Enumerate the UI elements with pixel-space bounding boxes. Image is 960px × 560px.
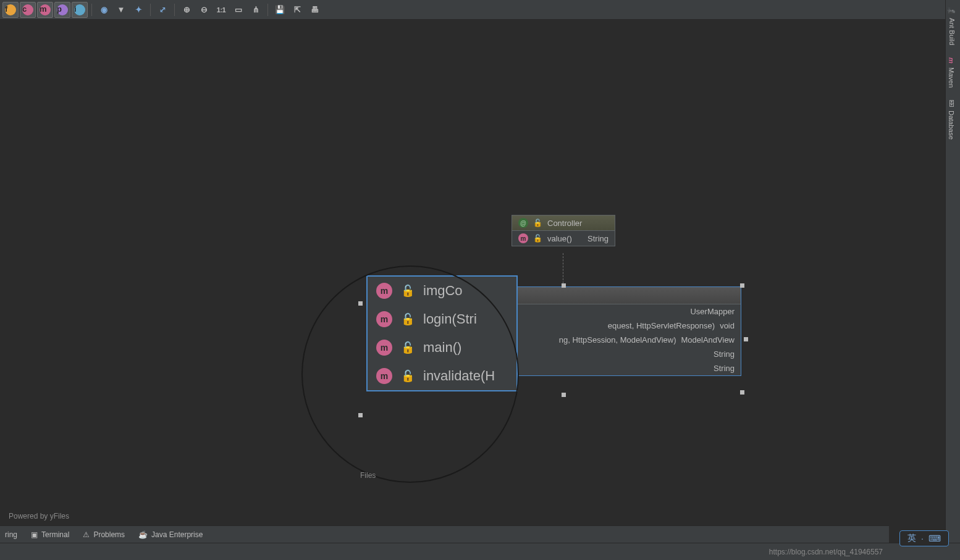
- lock-icon: 🔓: [401, 369, 415, 383]
- method-name: main(): [423, 340, 461, 356]
- sidebar-maven[interactable]: m Maven: [946, 51, 957, 94]
- return-type: String: [714, 364, 735, 373]
- toolbar-separator: [174, 4, 175, 16]
- selection-handle[interactable]: [740, 390, 744, 395]
- selection-handle[interactable]: [562, 393, 566, 397]
- uml-header: @ 🔓 Controller: [512, 215, 615, 231]
- ime-indicator[interactable]: 英 · ⌨: [899, 530, 949, 546]
- sidebar-label: Ant Build: [948, 18, 956, 45]
- method-icon: m: [518, 233, 528, 243]
- controller-label: Controller: [547, 219, 608, 228]
- sidebar-label: Maven: [948, 67, 955, 88]
- mag-method-row: m 🔓 invalidate(H: [368, 362, 516, 390]
- tab-label: ring: [5, 530, 17, 539]
- toolbar-properties-toggle[interactable]: p: [54, 2, 70, 18]
- tab-label: Problems: [93, 530, 125, 539]
- lock-icon: 🔓: [401, 284, 415, 298]
- method-name: imgCo: [423, 283, 463, 299]
- bottom-toolbar: ring ▣ Terminal ⚠ Problems ☕ Java Enterp…: [0, 525, 889, 543]
- right-sidebar: 🐜 Ant Build m Maven 🗄 Database: [945, 0, 960, 560]
- tab-terminal[interactable]: ▣ Terminal: [31, 530, 69, 539]
- toolbar-inner-toggle[interactable]: i: [72, 2, 88, 18]
- lock-icon: 🔓: [401, 341, 415, 354]
- selection-handle[interactable]: [744, 337, 748, 341]
- return-type: String: [714, 349, 735, 359]
- magnifier-content: m 🔓 imgCo m 🔓 login(Stri m 🔓 main() m 🔓 …: [366, 275, 518, 391]
- watermark-url: https://blog.csdn.net/qq_41946557: [769, 548, 883, 556]
- maven-icon: m: [948, 57, 955, 64]
- selection-handle[interactable]: [358, 413, 363, 417]
- sidebar-label: Database: [948, 111, 955, 140]
- toolbar-constructors-toggle[interactable]: c: [20, 2, 36, 18]
- toolbar-separator: [267, 4, 268, 16]
- sidebar-database[interactable]: 🗄 Database: [946, 94, 957, 146]
- selection-handle[interactable]: [740, 283, 744, 288]
- method-icon: m: [376, 311, 392, 327]
- diagram-canvas[interactable]: @ 🔓 Controller m 🔓 value() String UserMa…: [0, 20, 889, 525]
- tab-label: Terminal: [41, 530, 69, 539]
- sidebar-ant-build[interactable]: 🐜 Ant Build: [946, 0, 958, 51]
- lock-icon: 🔓: [533, 219, 542, 227]
- visibility-icon[interactable]: ◉: [96, 2, 112, 18]
- java-ee-icon: ☕: [138, 530, 148, 539]
- filter-icon[interactable]: ▼: [113, 2, 129, 18]
- selection-handle[interactable]: [562, 283, 566, 288]
- method-name: value(): [547, 234, 583, 243]
- save-icon[interactable]: 💾: [272, 2, 288, 18]
- dependencies-icon[interactable]: ✦: [130, 2, 146, 18]
- layout-icon[interactable]: ⋔: [248, 2, 264, 18]
- zoom-actual-button[interactable]: 1:1: [213, 2, 229, 18]
- mag-method-row: m 🔓 login(Stri: [368, 305, 516, 333]
- method-icon: m: [376, 283, 392, 299]
- tab-problems[interactable]: ⚠ Problems: [83, 530, 125, 539]
- toolbar-separator: [150, 4, 151, 16]
- selection-handle[interactable]: [358, 301, 363, 306]
- warning-icon: ⚠: [83, 530, 90, 539]
- database-icon: 🗄: [948, 100, 955, 107]
- export-icon[interactable]: ⇱: [289, 2, 305, 18]
- fit-content-icon[interactable]: ▭: [230, 2, 246, 18]
- method-name: invalidate(H: [423, 368, 495, 384]
- lock-icon: 🔓: [533, 234, 542, 243]
- zoom-in-icon[interactable]: ⊕: [179, 2, 195, 18]
- annotation-icon: @: [518, 218, 528, 228]
- yfiles-label-small: Files: [360, 471, 376, 480]
- toolbar: f c m p i ◉ ▼ ✦ ⤢ ⊕ ⊖ 1:1 ▭ ⋔ 💾 ⇱ 🖶: [0, 0, 960, 20]
- tab-java-enterprise[interactable]: ☕ Java Enterprise: [138, 530, 203, 539]
- uml-method-row[interactable]: m 🔓 value() String: [512, 231, 615, 246]
- uml-controller-node[interactable]: @ 🔓 Controller m 🔓 value() String: [512, 215, 615, 246]
- return-type: ModelAndView: [681, 335, 735, 345]
- keyboard-icon: ⌨: [928, 533, 941, 543]
- tab-label: Java Enterprise: [151, 530, 203, 539]
- powered-by-label: Powered by yFiles: [9, 512, 69, 520]
- zoom-out-icon[interactable]: ⊖: [196, 2, 212, 18]
- toolbar-fields-toggle[interactable]: f: [2, 2, 19, 18]
- ime-lang: 英: [907, 533, 916, 544]
- expand-icon[interactable]: ⤢: [154, 2, 171, 18]
- lock-icon: 🔓: [401, 312, 415, 326]
- method-icon: m: [376, 340, 392, 356]
- terminal-icon: ▣: [31, 530, 38, 539]
- uml-connector: [563, 253, 563, 286]
- tab-ring[interactable]: ring: [5, 530, 17, 539]
- toolbar-methods-toggle[interactable]: m: [37, 2, 53, 18]
- method-name: login(Stri: [423, 311, 477, 327]
- mag-method-row: m 🔓 imgCo: [368, 277, 516, 305]
- toolbar-separator: [91, 4, 92, 16]
- mag-method-row: m 🔓 main(): [368, 333, 516, 362]
- ant-icon: 🐜: [948, 6, 956, 14]
- print-icon[interactable]: 🖶: [306, 2, 322, 18]
- method-icon: m: [376, 368, 392, 384]
- ime-sep: ·: [921, 533, 924, 543]
- field-type: UserMapper: [690, 307, 735, 316]
- return-type: void: [720, 321, 735, 330]
- return-type: String: [587, 234, 608, 243]
